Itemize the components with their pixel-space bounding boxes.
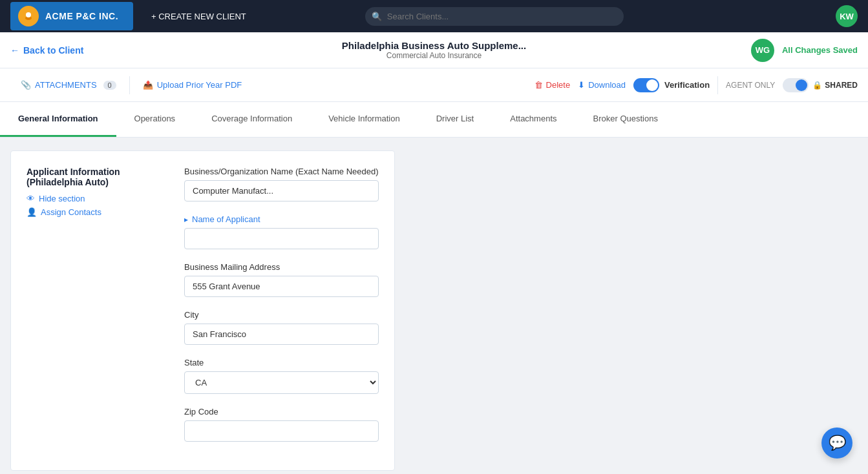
mailing-address-label: Business Mailing Address <box>184 262 379 272</box>
document-subtitle: Commercial Auto Insurance <box>342 51 526 60</box>
verification-toggle-area: Verification <box>633 78 710 92</box>
attachments-button[interactable]: 📎 ATTACHMENTS 0 <box>10 68 127 101</box>
business-name-label: Business/Organization Name (Exact Name N… <box>184 167 379 176</box>
document-title: Philadelphia Business Auto Suppleme... <box>342 40 526 51</box>
chat-bubble-button[interactable]: 💬 <box>821 428 852 459</box>
chat-icon: 💬 <box>829 435 846 451</box>
download-icon: ⬇ <box>578 80 585 90</box>
city-group: City <box>184 310 379 345</box>
mailing-address-group: Business Mailing Address <box>184 262 379 297</box>
subheader-right: WG All Changes Saved <box>751 39 858 62</box>
top-navigation: ACME P&C INC. + CREATE NEW CLIENT 🔍 KW <box>0 0 868 32</box>
tab-general-information[interactable]: General Information <box>0 102 116 137</box>
name-applicant-group: ▸ Name of Applicant <box>184 214 379 249</box>
content-wrapper: Applicant Information (Philadelphia Auto… <box>10 150 395 471</box>
city-input[interactable] <box>184 324 379 345</box>
section-sidebar: Applicant Information (Philadelphia Auto… <box>26 167 169 455</box>
toolbar-divider-1 <box>129 76 130 94</box>
state-group: State CA NY TX FL WA OR NV AZ <box>184 358 379 394</box>
tab-operations[interactable]: Operations <box>116 102 194 137</box>
assign-contacts-link[interactable]: 👤 Assign Contacts <box>26 207 169 217</box>
search-bar: 🔍 <box>365 7 624 26</box>
shared-toggle[interactable] <box>783 78 809 92</box>
shared-label: 🔒 SHARED <box>812 81 858 90</box>
back-arrow-icon: ← <box>10 45 19 56</box>
mailing-address-input[interactable] <box>184 276 379 297</box>
upload-icon: 📤 <box>143 80 153 90</box>
logo-icon <box>18 6 39 26</box>
name-applicant-label: Name of Applicant <box>192 214 260 224</box>
eye-icon: 👁 <box>26 194 35 203</box>
svg-point-2 <box>26 12 31 17</box>
zip-input[interactable] <box>184 420 379 442</box>
content-area: Applicant Information (Philadelphia Auto… <box>0 138 868 474</box>
attachment-icon: 📎 <box>21 80 31 90</box>
tab-driver-list[interactable]: Driver List <box>418 102 492 137</box>
section-title: Applicant Information (Philadelphia Auto… <box>26 167 169 187</box>
search-icon: 🔍 <box>372 12 382 21</box>
business-name-input[interactable] <box>184 180 379 201</box>
tab-attachments[interactable]: Attachments <box>492 102 575 137</box>
business-name-group: Business/Organization Name (Exact Name N… <box>184 167 379 201</box>
zip-group: Zip Code <box>184 407 379 442</box>
toolbar-divider-2 <box>717 76 718 94</box>
download-button[interactable]: ⬇ Download <box>578 80 626 90</box>
user-avatar[interactable]: KW <box>836 5 858 27</box>
state-select[interactable]: CA NY TX FL WA OR NV AZ <box>184 371 379 394</box>
tabs-row: General Information Operations Coverage … <box>0 102 868 138</box>
lock-icon: 🔒 <box>812 81 822 90</box>
verification-toggle[interactable] <box>633 78 659 92</box>
name-applicant-input[interactable] <box>184 228 379 249</box>
hide-section-link[interactable]: 👁 Hide section <box>26 194 169 203</box>
subheader: ← Back to Client Philadelphia Business A… <box>0 32 868 68</box>
toolbar: 📎 ATTACHMENTS 0 📤 Upload Prior Year PDF … <box>0 68 868 102</box>
tab-broker-questions[interactable]: Broker Questions <box>575 102 676 137</box>
shared-toggle-area: 🔒 SHARED <box>783 78 858 92</box>
state-label: State <box>184 358 379 367</box>
chevron-right-icon: ▸ <box>184 215 188 224</box>
verification-label: Verification <box>664 80 710 90</box>
zip-label: Zip Code <box>184 407 379 417</box>
name-applicant-row: ▸ Name of Applicant <box>184 214 379 224</box>
wg-avatar: WG <box>751 39 774 62</box>
create-client-button[interactable]: + CREATE NEW CLIENT <box>143 8 254 25</box>
attachments-count: 0 <box>103 81 116 90</box>
back-to-client-link[interactable]: ← Back to Client <box>10 45 83 56</box>
document-title-area: Philadelphia Business Auto Suppleme... C… <box>342 40 526 60</box>
city-label: City <box>184 310 379 320</box>
tab-vehicle-information[interactable]: Vehicle Information <box>310 102 418 137</box>
form-area: Business/Organization Name (Exact Name N… <box>184 167 379 455</box>
toolbar-right: 🗑 Delete ⬇ Download Verification AGENT O… <box>535 76 858 94</box>
logo-text: ACME P&C INC. <box>45 11 118 21</box>
delete-button[interactable]: 🗑 Delete <box>535 80 571 90</box>
search-input[interactable] <box>365 7 624 26</box>
upload-pdf-button[interactable]: 📤 Upload Prior Year PDF <box>132 68 253 101</box>
trash-icon: 🗑 <box>535 80 543 90</box>
agent-only-label: AGENT ONLY <box>726 81 775 90</box>
save-status: All Changes Saved <box>782 45 858 55</box>
person-icon: 👤 <box>26 207 37 217</box>
tab-coverage-information[interactable]: Coverage Information <box>193 102 310 137</box>
logo-area: ACME P&C INC. <box>10 2 133 30</box>
